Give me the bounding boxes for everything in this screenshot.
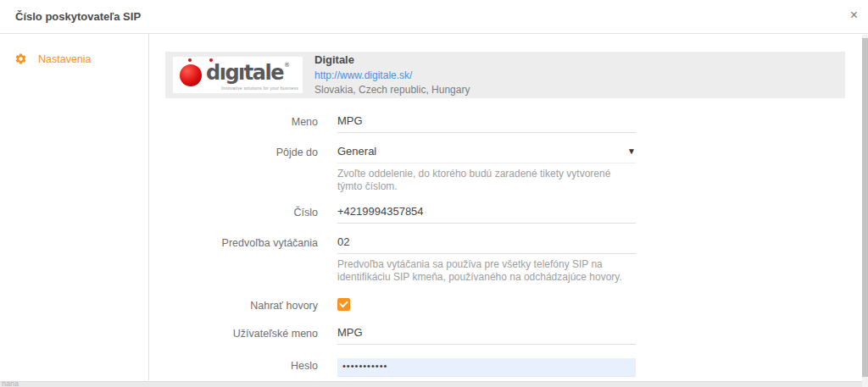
logo-wordmark: dıgıtale	[206, 63, 283, 83]
cislo-input[interactable]: +4219994357854	[337, 205, 636, 224]
logo-ball-icon	[180, 64, 202, 86]
sip-number-form: Meno MPG Pôjde do General ▼ Zvoľte oddel…	[165, 114, 868, 387]
nahrat-hovory-label: Nahrať hovory	[165, 298, 318, 312]
field-heslo-row: Heslo •••••••••••	[165, 358, 868, 377]
heslo-label: Heslo	[165, 358, 318, 377]
field-predvolba-row: Predvoľba vytáčania 02 Predvoľba vytáčan…	[165, 235, 868, 284]
uzivatelske-meno-label: Užívateľské meno	[165, 326, 318, 345]
scrollbar-thumb[interactable]	[862, 38, 868, 377]
pojde-do-label: Pôjde do	[165, 145, 318, 193]
provider-name: Digitale	[314, 53, 470, 67]
field-pojde-do-row: Pôjde do General ▼ Zvoľte oddelenie, do …	[165, 145, 868, 193]
background-page-strip: hana	[0, 381, 862, 387]
field-meno-row: Meno MPG	[165, 114, 868, 133]
field-cislo-row: Číslo +4219994357854	[165, 205, 868, 224]
sidebar-item-nastavenia[interactable]: Nastavenia	[14, 53, 148, 65]
provider-logo: dıgıtale ® Innovative solutions for your…	[173, 57, 303, 93]
dialog-title: Číslo poskytovateľa SIP	[15, 10, 141, 23]
record-calls-checkbox[interactable]	[337, 298, 350, 311]
sidebar-item-label: Nastavenia	[38, 53, 92, 65]
dialog-header: Číslo poskytovateľa SIP ×	[0, 0, 868, 34]
provider-card: dıgıtale ® Innovative solutions for your…	[165, 52, 845, 98]
department-help-text: Zvoľte oddelenie, do ktorého budú zarade…	[337, 168, 636, 193]
predvolba-label: Predvoľba vytáčania	[165, 235, 318, 284]
predvolba-help-text: Predvoľba vytáčania sa používa pre všetk…	[337, 258, 636, 284]
field-nahrat-hovory-row: Nahrať hovory	[165, 298, 868, 312]
background-partial-text: hana	[2, 381, 19, 387]
password-input[interactable]: •••••••••••	[337, 358, 636, 377]
main-panel: dıgıtale ® Innovative solutions for your…	[149, 34, 868, 380]
logo-i-dot	[209, 58, 213, 62]
provider-url-link[interactable]: http://www.digitale.sk/	[314, 69, 412, 81]
predvolba-input[interactable]: 02	[337, 235, 636, 254]
logo-i-dot	[188, 58, 192, 62]
chevron-down-icon: ▼	[627, 147, 636, 156]
vertical-scrollbar[interactable]	[862, 35, 868, 387]
cislo-label: Číslo	[165, 205, 318, 224]
department-selected-value: General	[337, 145, 376, 158]
logo-tagline: Innovative solutions for your business	[221, 86, 298, 91]
meno-input[interactable]: MPG	[337, 114, 636, 133]
provider-countries: Slovakia, Czech republic, Hungary	[314, 83, 470, 97]
department-select[interactable]: General ▼	[337, 145, 636, 163]
provider-info: Digitale http://www.digitale.sk/ Slovaki…	[314, 53, 470, 97]
logo-registered-mark: ®	[284, 62, 290, 69]
dialog-body: Nastavenia dıgıtale ® Innovative solutio…	[0, 34, 868, 380]
meno-label: Meno	[165, 114, 318, 133]
username-input[interactable]: MPG	[337, 326, 636, 345]
field-uzivatelske-meno-row: Užívateľské meno MPG	[165, 326, 868, 345]
close-icon[interactable]: ×	[850, 8, 858, 22]
gear-icon	[14, 53, 27, 65]
sidebar: Nastavenia	[0, 34, 149, 380]
